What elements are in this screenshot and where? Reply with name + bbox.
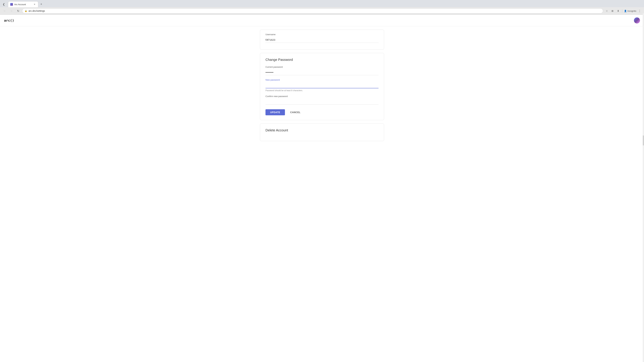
bookmark-button[interactable]: ☆ [604, 8, 609, 13]
username-field-group: Username [266, 33, 378, 43]
current-password-input[interactable] [266, 69, 378, 75]
current-password-field-group: Current password [266, 66, 378, 75]
username-label: Username [266, 33, 378, 36]
tab-bar: ❮ Arc Account ✕ + [0, 0, 644, 7]
new-password-input[interactable] [266, 82, 378, 88]
address-bar-actions: ☆ ⊞ ⬇ 👤 Incognito ⋮ [604, 8, 642, 13]
browser-menu-button[interactable]: ⋮ [637, 8, 642, 13]
address-bar-row: ← → ↻ 🔒 arc.dev/settings ☆ ⊞ ⬇ 👤 Inc [0, 7, 644, 14]
confirm-password-field-group: Confirm new password [266, 95, 378, 105]
scrollbar-thumb[interactable] [643, 135, 644, 145]
change-password-title: Change Password [266, 58, 378, 62]
url-display: arc.dev/settings [28, 9, 600, 12]
bookmark-icon: ☆ [606, 9, 608, 12]
new-password-label: New password [266, 79, 378, 81]
download-icon: ⬇ [617, 9, 619, 12]
forward-icon: → [10, 9, 13, 12]
forward-button[interactable]: → [9, 8, 14, 13]
confirm-password-label: Confirm new password [266, 95, 378, 97]
lock-icon: 🔒 [25, 10, 27, 12]
extensions-icon: ⊞ [612, 9, 614, 12]
current-password-label: Current password [266, 66, 378, 68]
password-helper-text: Password should be at least 8 characters… [266, 89, 378, 92]
settings-main: Username Change Password Current passwor… [256, 26, 388, 148]
user-avatar[interactable] [634, 17, 640, 23]
tab-close-button[interactable]: ✕ [33, 3, 36, 6]
new-tab-button[interactable]: + [39, 2, 44, 7]
tab-prev-button[interactable]: ❮ [1, 2, 6, 7]
refresh-button[interactable]: ↻ [16, 8, 21, 13]
button-row: UPDATE CANCEL [266, 109, 378, 115]
new-password-field-group: New password Password should be at least… [266, 79, 378, 92]
scrollbar-track[interactable] [643, 13, 644, 362]
download-button[interactable]: ⬇ [616, 8, 620, 13]
browser-chrome: ❮ Arc Account ✕ + ← → ↻ 🔒 arc.dev/settin… [0, 0, 644, 15]
menu-icon: ⋮ [638, 9, 641, 12]
page-content: arc() Username Change Password Current p… [0, 15, 644, 362]
delete-account-section: Delete Account [260, 123, 384, 141]
app-header: arc() [0, 15, 644, 26]
delete-account-title: Delete Account [266, 128, 378, 132]
tab-controls: ❮ [1, 2, 6, 7]
update-button[interactable]: UPDATE [266, 109, 285, 115]
incognito-label: Incognito [628, 10, 636, 12]
cancel-button[interactable]: CANCEL [287, 109, 304, 115]
change-password-section: Change Password Current password New pas… [260, 53, 384, 120]
username-input[interactable] [266, 37, 378, 43]
active-tab[interactable]: Arc Account ✕ [8, 1, 38, 7]
refresh-icon: ↻ [17, 9, 19, 12]
username-section: Username [260, 30, 384, 50]
incognito-icon: 👤 [624, 10, 627, 12]
extensions-button[interactable]: ⊞ [610, 8, 615, 13]
back-button[interactable]: ← [2, 8, 8, 13]
incognito-badge: 👤 Incognito [624, 10, 636, 12]
back-icon: ← [3, 9, 6, 12]
tab-favicon [10, 3, 13, 6]
confirm-password-input[interactable] [266, 99, 378, 105]
address-bar[interactable]: 🔒 arc.dev/settings [22, 8, 603, 13]
tab-title: Arc Account [14, 3, 32, 6]
app-logo: arc() [4, 18, 14, 22]
